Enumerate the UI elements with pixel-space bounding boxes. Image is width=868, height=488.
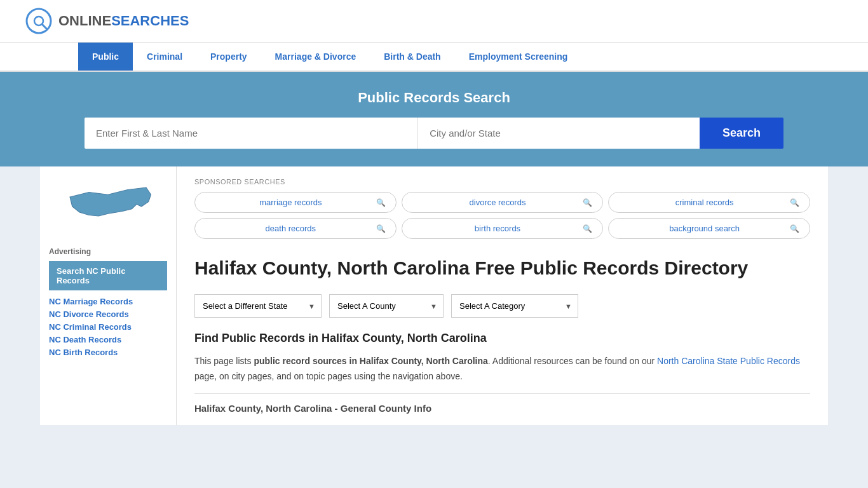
search-pill-icon: 🔍 <box>790 198 799 207</box>
svg-line-2 <box>42 24 47 29</box>
search-banner: Public Records Search Search <box>0 72 868 166</box>
sponsored-pill-death[interactable]: death records 🔍 <box>194 218 397 239</box>
category-dropdown-wrapper: Select A Category ▼ <box>451 294 578 318</box>
nav-item-employment[interactable]: Employment Screening <box>455 43 582 71</box>
state-dropdown-wrapper: Select a Different State ▼ <box>194 294 322 318</box>
logo-text: ONLINESEARCHES <box>58 13 189 29</box>
logo-icon <box>25 8 52 34</box>
logo-searches: SEARCHES <box>111 13 189 29</box>
search-banner-title: Public Records Search <box>25 90 843 106</box>
description-part1: This page lists <box>194 356 254 366</box>
sponsored-pill-text: marriage records <box>205 198 376 207</box>
nav-item-property[interactable]: Property <box>196 43 261 71</box>
sidebar-link-marriage[interactable]: NC Marriage Records <box>49 297 167 306</box>
sidebar-link-criminal[interactable]: NC Criminal Records <box>49 322 167 332</box>
sponsored-label: SPONSORED SEARCHES <box>194 178 810 186</box>
description-part3: page, on city pages, and on topic pages … <box>194 371 463 381</box>
sponsored-pill-text: birth records <box>412 224 583 233</box>
nav-item-criminal[interactable]: Criminal <box>133 43 196 71</box>
location-input[interactable] <box>417 118 700 149</box>
nav: Public Criminal Property Marriage & Divo… <box>0 43 868 72</box>
nav-item-marriage[interactable]: Marriage & Divorce <box>261 43 370 71</box>
county-dropdown-wrapper: Select A County ▼ <box>329 294 444 318</box>
sponsored-pill-birth[interactable]: birth records 🔍 <box>402 218 604 239</box>
sponsored-pill-text: criminal records <box>619 198 790 207</box>
search-pill-icon: 🔍 <box>583 198 592 207</box>
sponsored-pill-text: divorce records <box>412 198 583 207</box>
description-bold: public record sources in Halifax County,… <box>254 356 487 366</box>
nav-item-public[interactable]: Public <box>78 43 133 71</box>
nc-state-link[interactable]: North Carolina State Public Records <box>657 356 800 366</box>
sidebar: Advertising Search NC Public Records NC … <box>40 166 177 425</box>
general-info-title: Halifax County, North Carolina - General… <box>194 403 810 414</box>
search-pill-icon: 🔍 <box>376 198 386 207</box>
state-map <box>49 178 167 237</box>
logo[interactable]: ONLINESEARCHES <box>25 8 189 34</box>
state-dropdown[interactable]: Select a Different State <box>194 294 322 318</box>
sponsored-pill-marriage[interactable]: marriage records 🔍 <box>194 192 397 213</box>
section-divider <box>194 393 810 394</box>
header: ONLINESEARCHES <box>0 0 868 43</box>
dropdowns-row: Select a Different State ▼ Select A Coun… <box>194 294 810 318</box>
nav-item-birth[interactable]: Birth & Death <box>370 43 454 71</box>
category-dropdown[interactable]: Select A Category <box>451 294 578 318</box>
sidebar-link-divorce[interactable]: NC Divorce Records <box>49 309 167 319</box>
advertising-label: Advertising <box>49 247 167 256</box>
sidebar-ad-box[interactable]: Search NC Public Records <box>49 261 167 290</box>
find-description: This page lists public record sources in… <box>194 354 810 384</box>
county-dropdown[interactable]: Select A County <box>329 294 444 318</box>
sidebar-link-death[interactable]: NC Death Records <box>49 335 167 344</box>
sponsored-pill-text: background search <box>619 224 790 233</box>
sponsored-pill-text: death records <box>205 224 376 233</box>
sidebar-link-birth[interactable]: NC Birth Records <box>49 348 167 357</box>
main-content: SPONSORED SEARCHES marriage records 🔍 di… <box>177 166 828 425</box>
search-button[interactable]: Search <box>700 118 783 149</box>
description-part2: . Additional resources can be found on o… <box>488 356 657 366</box>
sponsored-pill-criminal[interactable]: criminal records 🔍 <box>608 192 810 213</box>
name-input[interactable] <box>85 118 417 149</box>
page-title: Halifax County, North Carolina Free Publ… <box>194 255 810 280</box>
sponsored-pill-background[interactable]: background search 🔍 <box>608 218 810 239</box>
sponsored-grid: marriage records 🔍 divorce records 🔍 cri… <box>194 192 810 239</box>
sponsored-pill-divorce[interactable]: divorce records 🔍 <box>402 192 604 213</box>
search-pill-icon: 🔍 <box>376 224 386 233</box>
search-pill-icon: 🔍 <box>790 224 799 233</box>
page-header: Halifax County, North Carolina Free Publ… <box>194 255 810 280</box>
find-title: Find Public Records in Halifax County, N… <box>194 332 810 345</box>
search-pill-icon: 🔍 <box>583 224 592 233</box>
logo-online: ONLINE <box>58 13 111 29</box>
